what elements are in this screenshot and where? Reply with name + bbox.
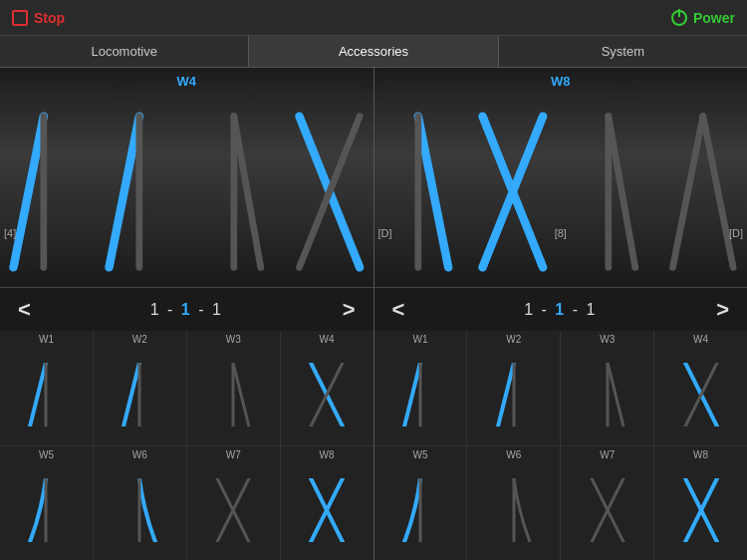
svg-line-13 [609, 117, 635, 268]
cell-switch-left-w2 [118, 363, 161, 426]
svg-line-0 [13, 117, 43, 268]
tab-accessories[interactable]: Accessories [249, 36, 498, 67]
grid-cell-right-w8[interactable]: W8 [654, 446, 747, 561]
grid-cell-right-w5[interactable]: W5 [374, 446, 468, 561]
grid-cell-left-w6[interactable]: W6 [94, 446, 187, 561]
grid-cell-left-w5[interactable]: W5 [0, 446, 94, 561]
svg-line-32 [498, 363, 514, 426]
pagination-left: < 1 - 1 - 1 > [0, 287, 374, 331]
corner-label-8: [8] [555, 227, 567, 239]
grid-cell-right-w6[interactable]: W6 [467, 446, 561, 561]
power-icon [671, 10, 687, 26]
grid-cell-left-w2[interactable]: W2 [94, 331, 187, 445]
page-next-right[interactable]: > [708, 297, 737, 323]
display-right-switches [374, 97, 748, 287]
svg-line-8 [417, 117, 447, 268]
cell-switch-left-w5 [24, 478, 68, 542]
page-info-right: 1 - 1 - 1 [524, 301, 597, 319]
grid-cell-right-w4[interactable]: W4 [654, 331, 747, 445]
cell-switch-right-w1 [398, 363, 442, 426]
svg-line-15 [673, 117, 703, 268]
cell-switch-left-w7 [211, 478, 255, 542]
grid-right-row1: W1 W2 W3 [374, 331, 748, 446]
svg-line-5 [234, 117, 261, 268]
page-prev-right[interactable]: < [384, 297, 413, 323]
corner-label-left-4: [4] [4, 227, 16, 239]
stop-button[interactable]: Stop [12, 10, 65, 26]
pagination-bar: < 1 - 1 - 1 > < 1 - 1 - 1 > [0, 287, 747, 331]
tab-system[interactable]: System [499, 36, 747, 67]
cell-switch-left-w6 [118, 478, 161, 542]
grid-left-row2: W5 W6 W7 [0, 446, 374, 561]
cell-switch-left-w4 [305, 363, 349, 426]
grid-cell-right-w7[interactable]: W7 [561, 446, 654, 561]
svg-line-2 [109, 117, 138, 268]
cell-switch-right-w7 [586, 478, 629, 542]
tab-locomotive[interactable]: Locomotive [0, 36, 249, 67]
cell-switch-right-w3 [586, 363, 629, 426]
display-right-switch-4[interactable] [659, 97, 747, 287]
power-button[interactable]: Power [671, 10, 735, 26]
grid-cell-left-w8[interactable]: W8 [281, 446, 374, 561]
display-left-label: W4 [177, 74, 197, 89]
nav-tabs: Locomotive Accessories System [0, 36, 747, 68]
display-right: W8 [D] [8] [D] [374, 68, 748, 287]
cell-switch-right-w6 [492, 478, 536, 542]
top-bar: Stop Power [0, 0, 747, 36]
svg-line-21 [233, 363, 249, 426]
display-right-label: W8 [551, 74, 571, 89]
cell-switch-right-w5 [398, 478, 442, 542]
grid-cell-left-w1[interactable]: W1 [0, 331, 94, 445]
grid-cell-right-w2[interactable]: W2 [467, 331, 561, 445]
display-right-switch-3[interactable] [565, 97, 652, 287]
grid-cell-left-w3[interactable]: W3 [187, 331, 281, 445]
main-display: W4 [4] W8 [0, 68, 747, 287]
svg-line-16 [30, 363, 46, 426]
cell-switch-right-w8 [679, 478, 723, 542]
grid-section: W1 W2 W3 [0, 331, 747, 560]
cell-switch-left-w8 [305, 478, 349, 542]
grid-right: W1 W2 W3 [374, 331, 748, 560]
page-info-left: 1 - 1 - 1 [150, 301, 223, 319]
display-switch-3[interactable] [190, 97, 278, 287]
display-switch-4[interactable] [286, 97, 374, 287]
stop-label: Stop [34, 10, 65, 26]
svg-line-14 [703, 117, 733, 268]
svg-line-18 [124, 363, 139, 426]
grid-cell-left-w7[interactable]: W7 [187, 446, 281, 561]
corner-label-d2: [D] [729, 227, 743, 239]
grid-left: W1 W2 W3 [0, 331, 374, 560]
cell-switch-left-w1 [24, 363, 68, 426]
corner-label-d1: [D] [378, 227, 392, 239]
grid-cell-right-w3[interactable]: W3 [561, 331, 654, 445]
svg-line-35 [608, 363, 623, 426]
page-prev-left[interactable]: < [10, 297, 39, 323]
cell-switch-left-w3 [211, 363, 255, 426]
display-right-switch-1[interactable] [374, 97, 462, 287]
power-label: Power [693, 10, 735, 26]
display-left-switches [0, 97, 374, 287]
cell-switch-right-w2 [492, 363, 536, 426]
display-right-switch-2[interactable] [469, 97, 557, 287]
pagination-right: < 1 - 1 - 1 > [374, 287, 748, 331]
grid-left-row1: W1 W2 W3 [0, 331, 374, 446]
svg-line-30 [404, 363, 420, 426]
grid-right-row2: W5 W6 W7 [374, 446, 748, 561]
cell-switch-right-w4 [679, 363, 723, 426]
grid-cell-right-w1[interactable]: W1 [374, 331, 468, 445]
display-switch-2[interactable] [96, 97, 183, 287]
display-left: W4 [4] [0, 68, 374, 287]
stop-icon [12, 10, 28, 26]
display-switch-1[interactable] [0, 97, 88, 287]
grid-cell-left-w4[interactable]: W4 [281, 331, 374, 445]
page-next-left[interactable]: > [335, 297, 364, 323]
